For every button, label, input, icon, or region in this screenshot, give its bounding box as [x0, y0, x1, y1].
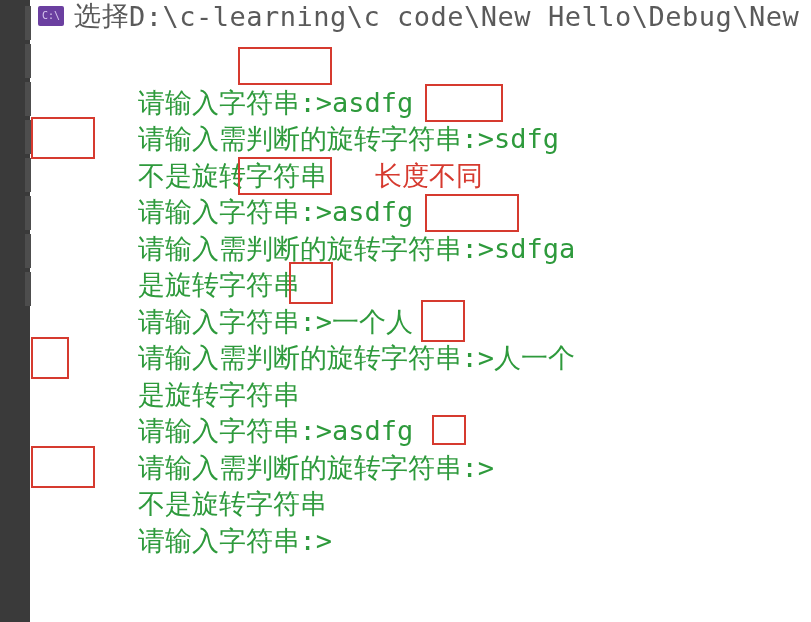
console-line: 请输入需判断的旋转字符串:>sdfga — [40, 194, 811, 231]
screenshot-root: C:\ 选择 D:\c-learning\c code\New Hello\De… — [0, 0, 811, 622]
console-titlebar: C:\ 选择 D:\c-learning\c code\New Hello\De… — [38, 0, 811, 32]
console-title-path: D:\c-learning\c code\New Hello\Debug\New — [129, 1, 799, 32]
console-title-prefix: 选择 — [74, 0, 129, 32]
console-line: 请输入字符串:>asdfg — [40, 48, 811, 85]
console-line: 是旋转字符串 — [40, 231, 811, 268]
console-line: 请输入字符串:>asdfg — [40, 158, 811, 195]
console-icon: C:\ — [38, 6, 64, 26]
console-line: 请输入字符串:>asdfg — [40, 377, 811, 414]
console-line: 请输入需判断的旋转字符串:>sdfg — [40, 85, 811, 122]
console-line: 请输入需判断的旋转字符串:>人一个 — [40, 304, 811, 341]
editor-gutter — [0, 0, 30, 622]
prompt-text: 请输入字符串:> — [138, 525, 333, 556]
console-line: 请输入字符串:> — [40, 486, 811, 523]
console-line: 是旋转字符串 — [40, 340, 811, 377]
console-body[interactable]: 请输入字符串:>asdfg 请输入需判断的旋转字符串:>sdfg 不是旋转字符串… — [40, 48, 811, 523]
console-line: 请输入需判断的旋转字符串:> — [40, 413, 811, 450]
console-line: 不是旋转字符串 — [40, 450, 811, 487]
console-line: 请输入字符串:>一个人 — [40, 267, 811, 304]
console-line: 不是旋转字符串 长度不同 — [40, 121, 811, 158]
